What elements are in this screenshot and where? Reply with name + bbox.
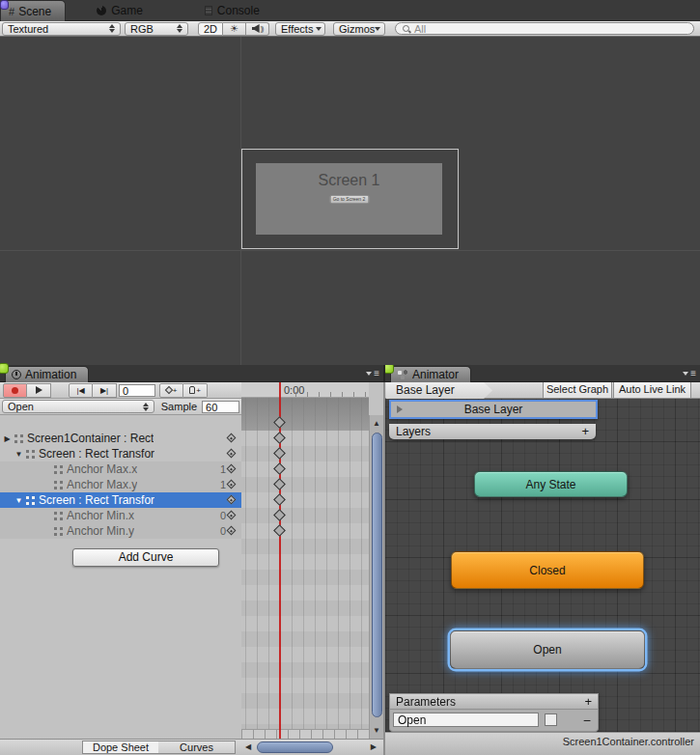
breadcrumb[interactable]: Base Layer (386, 382, 492, 399)
clock-icon (12, 370, 21, 379)
keyframe-diamond-icon[interactable] (227, 511, 237, 520)
add-event-button[interactable]: + (183, 383, 208, 398)
dope-sheet-button[interactable]: Dope Sheet (82, 741, 159, 754)
keyframe-icon[interactable] (273, 447, 286, 460)
scroll-right-icon[interactable]: ▶ (371, 742, 377, 751)
panel-menu-icon[interactable]: ≡ (366, 369, 379, 378)
state-node-open[interactable]: Open (450, 630, 645, 669)
lighting-toggle-button[interactable]: ☀ (223, 22, 246, 36)
scroll-down-icon[interactable]: ▼ (370, 724, 383, 738)
sample-rate-field[interactable]: 60 (202, 401, 239, 413)
parameter-row: Open− (393, 712, 595, 728)
keyframe-diamond-icon[interactable] (227, 464, 237, 474)
plus-icon: + (173, 386, 178, 395)
add-keyframe-button[interactable]: + (159, 383, 183, 398)
2d-toggle-button[interactable]: 2D (198, 22, 223, 36)
keyframe-diamond-icon[interactable] (227, 526, 237, 536)
property-label: Screen1Container : Rect (27, 432, 154, 445)
animation-property-row[interactable]: Anchor Min.x0 (0, 508, 241, 523)
keyframe-diamond-icon[interactable] (227, 433, 237, 443)
draw-mode-dropdown[interactable]: Textured (2, 22, 121, 36)
keyframe-icon[interactable] (273, 462, 286, 475)
keyframe-icon[interactable] (273, 416, 286, 429)
keyframe-icon[interactable] (273, 432, 286, 444)
clip-dropdown[interactable]: Open (2, 400, 154, 413)
tab-label: Animator (412, 368, 459, 381)
tab-animation[interactable]: Animation (5, 366, 89, 382)
animator-window: Animator ≡ Base Layer Select Graph Auto … (385, 365, 700, 755)
keyframe-icon[interactable] (273, 509, 286, 521)
first-frame-button[interactable]: |◀ (69, 383, 93, 398)
keyframe-diamond-icon[interactable] (227, 495, 237, 505)
play-button[interactable] (27, 383, 51, 398)
animation-property-row[interactable]: ▼Screen : Rect Transfor (0, 446, 241, 461)
curves-button[interactable]: Curves (158, 741, 236, 754)
animation-bottom-bar: Dope Sheet Curves ◀ ▶ (0, 739, 383, 755)
scroll-up-icon[interactable]: ▲ (370, 417, 383, 431)
render-mode-value: RGB (130, 23, 154, 35)
tab-console[interactable]: Console (197, 0, 273, 21)
go-to-screen2-button[interactable]: Go to Screen 2 (329, 195, 369, 204)
record-button[interactable] (3, 383, 27, 398)
animation-property-row[interactable]: ▼Screen : Rect Transfor (0, 492, 241, 508)
draw-mode-value: Textured (8, 23, 48, 35)
parameter-name-field[interactable]: Open (393, 713, 539, 727)
state-graph[interactable]: Any StateClosedOpen (385, 399, 700, 732)
animation-tab-bar: Animation ≡ (0, 365, 383, 382)
property-label: Anchor Min.y (67, 524, 134, 538)
horizontal-scroll-thumb[interactable] (257, 741, 333, 753)
render-mode-dropdown[interactable]: RGB (125, 22, 188, 36)
select-graph-button[interactable]: Select Graph (543, 382, 612, 399)
animation-property-row[interactable]: Anchor Max.x1 (0, 461, 241, 477)
disclosure-triangle-icon[interactable]: ▼ (14, 496, 24, 505)
scroll-left-icon[interactable]: ◀ (245, 742, 251, 751)
parameter-bool-checkbox[interactable] (545, 713, 557, 726)
keyframe-diamond-icon[interactable] (227, 449, 237, 459)
remove-parameter-button[interactable]: − (583, 714, 595, 726)
dopesheet-timeline[interactable]: 0:00 (241, 382, 369, 739)
plus-icon: + (196, 386, 201, 395)
panel-menu-icon[interactable]: ≡ (683, 369, 696, 378)
scene-search-field[interactable]: All (395, 22, 694, 35)
scene-viewport[interactable]: Screen 1 Go to Screen 2 (0, 37, 700, 365)
animation-property-row[interactable]: ▶Screen1Container : Rect (0, 431, 241, 446)
gizmos-dropdown[interactable]: Gizmos (333, 22, 385, 36)
add-parameter-button[interactable]: + (584, 696, 592, 708)
keyframe-icon[interactable] (273, 524, 286, 537)
screen1-panel[interactable]: Screen 1 Go to Screen 2 (256, 163, 442, 235)
keyframe-icon (164, 386, 172, 394)
tab-game[interactable]: Game (89, 0, 156, 21)
property-label: Anchor Max.x (67, 462, 137, 476)
vertical-scroll-thumb[interactable] (372, 433, 382, 717)
tab-animator[interactable]: Animator (390, 366, 471, 382)
property-value: 0 (220, 525, 226, 537)
chevron-down-icon (683, 372, 688, 376)
disclosure-triangle-icon[interactable]: ▶ (2, 434, 13, 443)
animation-property-row[interactable]: Anchor Max.y1 (0, 477, 241, 492)
state-node-any-state[interactable]: Any State (474, 471, 628, 497)
animator-tab-bar: Animator ≡ (385, 365, 700, 382)
state-node-closed[interactable]: Closed (451, 551, 644, 589)
frame-number-field[interactable]: 0 (119, 384, 155, 397)
scene-grid-hline (0, 250, 700, 251)
last-frame-button[interactable]: ▶| (93, 383, 117, 398)
property-value: 1 (220, 463, 226, 475)
game-icon (97, 6, 106, 15)
animation-property-row[interactable]: Anchor Min.y0 (0, 523, 241, 539)
animation-window: Animation ≡ |◀ ▶| 0 + + (0, 365, 385, 755)
tab-scene[interactable]: # Scene (0, 0, 66, 21)
add-curve-button[interactable]: Add Curve (72, 548, 219, 567)
keyframe-icon[interactable] (273, 478, 286, 490)
timeline-vertical-scrollbar[interactable]: ▲ ▼ (369, 415, 383, 739)
timeline-horizontal-scrollbar[interactable]: ◀ ▶ (241, 741, 382, 754)
dropdown-arrows-icon (139, 403, 149, 411)
auto-live-link-button[interactable]: Auto Live Link (613, 382, 691, 399)
parameters-header[interactable]: Parameters + (389, 693, 599, 710)
ui-canvas-outline[interactable]: Screen 1 Go to Screen 2 (241, 149, 459, 249)
rect-transform-icon (14, 433, 24, 444)
keyframe-icon[interactable] (273, 493, 286, 506)
disclosure-triangle-icon[interactable]: ▼ (14, 450, 24, 459)
effects-dropdown[interactable]: Effects (275, 22, 325, 36)
audio-toggle-button[interactable]: )) (246, 22, 269, 36)
keyframe-diamond-icon[interactable] (227, 480, 237, 489)
